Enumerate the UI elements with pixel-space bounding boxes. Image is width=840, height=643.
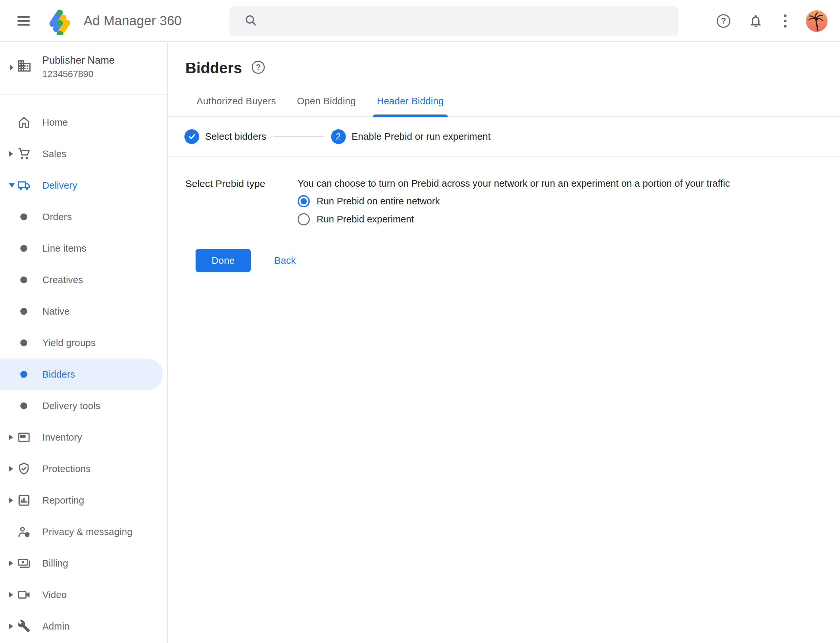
truck-icon bbox=[17, 178, 31, 193]
sidebar-item-billing[interactable]: Billing bbox=[0, 548, 167, 579]
sidebar-item-video[interactable]: Video bbox=[0, 579, 167, 610]
sidebar-item-sales[interactable]: Sales bbox=[0, 138, 167, 170]
publisher-switcher[interactable]: Publisher Name 1234567890 bbox=[0, 42, 167, 95]
step1-completed-check-icon bbox=[185, 129, 199, 144]
sidebar-item-bidders[interactable]: Bidders bbox=[0, 359, 163, 390]
sidebar-item-label: Sales bbox=[42, 149, 67, 160]
publisher-name: Publisher Name bbox=[42, 54, 115, 66]
banknote-icon bbox=[17, 556, 31, 571]
notifications-bell-icon[interactable] bbox=[748, 13, 763, 29]
expand-arrow-icon bbox=[9, 560, 13, 566]
more-options-icon[interactable] bbox=[780, 15, 790, 28]
main-content: Bidders ? Authorized Buyers Open Bidding… bbox=[168, 42, 840, 643]
prebid-form: Select Prebid type You can choose to tur… bbox=[168, 157, 840, 272]
sidebar-item-delivery[interactable]: Delivery bbox=[0, 170, 167, 201]
cart-icon bbox=[17, 147, 31, 161]
radio-group: Run Prebid on entire network Run Prebid … bbox=[297, 194, 840, 226]
step2-label: Enable Prebid or run experiment bbox=[352, 131, 491, 142]
sidebar-item-label: Delivery bbox=[42, 180, 77, 191]
radio-option-experiment[interactable]: Run Prebid experiment bbox=[297, 212, 840, 226]
sidebar-item-label: Protections bbox=[42, 463, 91, 474]
sidebar-item-home[interactable]: Home bbox=[0, 107, 167, 138]
videocam-icon bbox=[17, 588, 31, 602]
expand-arrow-icon bbox=[9, 592, 13, 598]
menu-icon[interactable] bbox=[17, 16, 30, 26]
title-help-icon[interactable]: ? bbox=[251, 60, 266, 76]
sidebar-item-admin[interactable]: Admin bbox=[0, 610, 167, 642]
step2-number-badge: 2 bbox=[331, 129, 346, 144]
publisher-id: 1234567890 bbox=[42, 69, 115, 79]
app-root: Ad Manager 360 ? bbox=[0, 0, 840, 643]
sidebar-item-label: Video bbox=[42, 589, 67, 601]
radio-selected-icon[interactable] bbox=[297, 195, 310, 207]
expand-arrow-icon bbox=[9, 434, 13, 440]
sidebar-item-label: Billing bbox=[42, 558, 68, 569]
back-button[interactable]: Back bbox=[268, 251, 302, 271]
bullet-icon bbox=[20, 214, 27, 220]
ad-unit-icon bbox=[17, 430, 31, 444]
step1-label[interactable]: Select bidders bbox=[205, 131, 266, 142]
collapse-arrow-icon bbox=[9, 183, 15, 188]
expand-arrow-icon bbox=[9, 151, 13, 157]
radio-option-entire-network[interactable]: Run Prebid on entire network bbox=[297, 194, 840, 208]
home-icon bbox=[17, 115, 31, 130]
svg-text:?: ? bbox=[256, 63, 260, 72]
tab-header-bidding[interactable]: Header Bidding bbox=[366, 96, 454, 116]
shield-check-icon bbox=[17, 462, 31, 476]
tab-open-bidding[interactable]: Open Bidding bbox=[286, 96, 366, 116]
sidebar-item-reporting[interactable]: Reporting bbox=[0, 485, 167, 516]
help-icon[interactable]: ? bbox=[716, 13, 731, 29]
search-input[interactable] bbox=[229, 6, 678, 36]
sidebar-item-creatives[interactable]: Creatives bbox=[0, 264, 167, 295]
expand-arrow-icon bbox=[9, 497, 13, 503]
sidebar-item-label: Home bbox=[42, 117, 68, 128]
sidebar-item-label: Delivery tools bbox=[42, 401, 100, 411]
page-title: Bidders bbox=[185, 59, 242, 77]
sidebar-item-label: Orders bbox=[42, 212, 72, 222]
topbar-actions: ? bbox=[716, 0, 827, 42]
sidebar-item-protections[interactable]: Protections bbox=[0, 453, 167, 485]
bullet-icon bbox=[20, 245, 27, 252]
ad-manager-logo-icon bbox=[47, 7, 75, 35]
sidebar-item-line-items[interactable]: Line items bbox=[0, 233, 167, 264]
building-icon bbox=[17, 59, 32, 75]
page-header: Bidders ? bbox=[168, 42, 840, 79]
sidebar-item-label: Bidders bbox=[42, 369, 75, 380]
sidebar-item-label: Inventory bbox=[42, 432, 82, 443]
sidebar: Publisher Name 1234567890 Home bbox=[0, 42, 168, 643]
search-icon bbox=[244, 13, 258, 29]
bullet-icon bbox=[20, 308, 27, 315]
sidebar-item-yield-groups[interactable]: Yield groups bbox=[0, 327, 167, 359]
sidebar-item-label: Privacy & messaging bbox=[42, 527, 132, 537]
done-button[interactable]: Done bbox=[196, 249, 251, 272]
sidebar-item-label: Reporting bbox=[42, 495, 84, 506]
bar-chart-icon bbox=[17, 493, 31, 508]
form-actions: Done Back bbox=[196, 249, 840, 272]
sidebar-item-delivery-tools[interactable]: Delivery tools bbox=[0, 390, 167, 421]
sidebar-item-orders[interactable]: Orders bbox=[0, 201, 167, 233]
chevron-right-icon bbox=[10, 64, 14, 72]
bullet-icon bbox=[20, 277, 27, 284]
expand-arrow-icon bbox=[9, 466, 13, 472]
bullet-icon bbox=[20, 339, 27, 346]
sidebar-nav: Home Sales bbox=[0, 107, 167, 642]
sidebar-item-label: Admin bbox=[42, 621, 70, 632]
person-shield-icon bbox=[17, 525, 31, 539]
sidebar-item-label: Line items bbox=[42, 243, 86, 254]
sidebar-item-privacy-messaging[interactable]: Privacy & messaging bbox=[0, 516, 167, 548]
form-description: You can choose to turn on Prebid across … bbox=[297, 178, 730, 189]
sidebar-item-native[interactable]: Native bbox=[0, 295, 167, 327]
stepper: Select bidders 2 Enable Prebid or run ex… bbox=[168, 117, 840, 157]
topbar: Ad Manager 360 ? bbox=[0, 0, 840, 42]
sidebar-item-label: Creatives bbox=[42, 274, 83, 286]
product-name: Ad Manager 360 bbox=[84, 0, 182, 42]
form-field-label: Select Prebid type bbox=[185, 178, 297, 189]
radio-unselected-icon[interactable] bbox=[297, 213, 310, 225]
account-avatar[interactable] bbox=[806, 10, 827, 32]
tab-authorized-buyers[interactable]: Authorized Buyers bbox=[186, 96, 286, 116]
bullet-icon bbox=[20, 403, 27, 410]
expand-arrow-icon bbox=[9, 623, 13, 629]
sidebar-item-inventory[interactable]: Inventory bbox=[0, 421, 167, 453]
svg-text:?: ? bbox=[721, 16, 726, 25]
wrench-icon bbox=[17, 619, 31, 633]
